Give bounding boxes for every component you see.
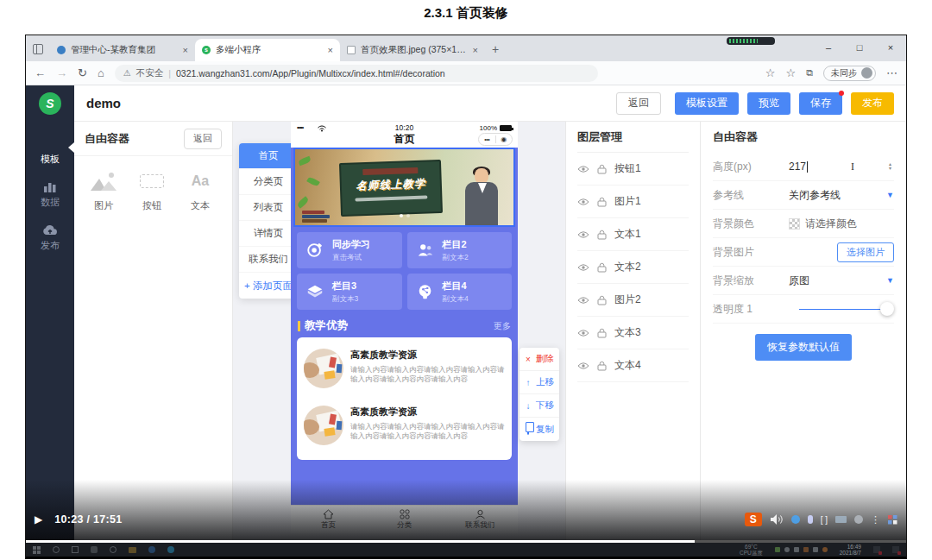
tile-column3[interactable]: 栏目3 副文本3 [297,274,402,310]
favorite-icon[interactable]: ☆ [765,66,776,79]
page-item-list[interactable]: 列表页 [239,195,298,221]
message-icon[interactable] [892,546,899,553]
articles-card[interactable]: 高素质教学资源 请输入内容请输入内容请输入内容请输入内容请输入内容请输入内容内容… [297,337,512,460]
layer-row-text4[interactable]: 文本4 [577,349,689,382]
reset-defaults-button[interactable]: 恢复参数默认值 [755,334,852,361]
mic-icon[interactable] [808,515,813,524]
delete-menu-item[interactable]: × 删除 [520,348,559,371]
page-item-home[interactable]: 首页 [239,143,298,169]
back-icon[interactable]: ← [35,66,46,79]
lock-icon[interactable] [597,295,607,305]
tab-close-icon[interactable]: × [183,45,188,55]
fullscreen-brackets-icon[interactable]: [ ] [821,515,828,525]
page-item-detail[interactable]: 详情页 [239,221,298,247]
notification-icon[interactable] [873,546,880,553]
return-button[interactable]: 返回 [616,92,661,115]
favorites-bar-icon[interactable]: ☆ [785,66,796,79]
taskbar-app-icon[interactable] [91,546,98,553]
browser-tab-miniprogram[interactable]: s 多端小程序 × [195,39,340,61]
sidebar-item-publish[interactable]: 发布 [26,217,74,260]
volume-icon[interactable] [770,513,784,525]
capsule-exit-icon[interactable]: ◉ [496,135,513,143]
bgcolor-picker[interactable]: 请选择颜色 [805,217,857,231]
lock-icon[interactable] [597,328,607,338]
play-button[interactable]: ▶ [35,513,42,525]
copy-menu-item[interactable]: 复制 [520,418,559,441]
opacity-slider[interactable] [799,309,887,310]
height-input[interactable]: 217 [789,160,808,173]
layer-row-text3[interactable]: 文本3 [577,317,689,349]
layer-row-text1[interactable]: 文本1 [577,218,689,251]
browser-app-icon[interactable] [148,546,155,553]
visibility-eye-icon[interactable] [577,296,589,305]
layer-row-image2[interactable]: 图片2 [577,284,689,317]
search-circle-icon[interactable] [53,546,60,553]
browser-menu-icon[interactable]: ⋯ [886,66,897,79]
visibility-eye-icon[interactable] [577,165,589,173]
template-settings-button[interactable]: 模板设置 [675,92,739,115]
color-swatch-icon[interactable] [789,218,800,230]
tile-sync-learning[interactable]: 同步学习 直击考试 [297,232,402,268]
choose-image-button[interactable]: 选择图片 [837,242,894,262]
person-control-icon[interactable] [854,515,863,524]
layer-row-text2[interactable]: 文本2 [577,251,689,284]
home-icon[interactable]: ⌂ [98,66,104,79]
close-button[interactable]: × [875,35,906,60]
slider-knob[interactable] [880,302,894,316]
number-stepper[interactable]: ▴ ▾ [886,160,894,173]
minimize-button[interactable]: – [813,35,844,60]
more-vertical-icon[interactable]: ⋮ [871,514,880,525]
move-down-menu-item[interactable]: ↓ 下移 [520,394,559,418]
move-up-menu-item[interactable]: ↑ 上移 [520,371,559,394]
new-tab-button[interactable]: + [492,42,499,56]
visibility-eye-icon[interactable] [577,362,589,370]
page-item-contact[interactable]: 联系我们 [239,247,298,273]
sidebar-item-template[interactable]: 模板 [26,130,74,173]
publish-button[interactable]: 发布 [851,92,894,115]
miniprogram-capsule[interactable]: ••• ◉ [478,133,513,146]
maximize-button[interactable]: □ [844,35,875,60]
collections-icon[interactable]: ⧉ [806,67,813,79]
visibility-eye-icon[interactable] [577,230,589,239]
tab-close-icon[interactable]: × [473,45,478,55]
bgscale-select[interactable]: 原图 [789,274,809,288]
components-back-button[interactable]: 返回 [184,129,222,149]
layer-row-image1[interactable]: 图片1 [577,186,689,218]
sync-profile-button[interactable]: 未同步 [823,66,876,81]
phone-canvas[interactable]: 名师线上教学 [291,148,518,505]
banner-image[interactable]: 名师线上教学 [295,149,513,225]
video-frame[interactable]: 管理中心-某教育集团 × s 多端小程序 × 首页效果图.jpeg (375×1… [25,35,907,559]
browser-tab-image[interactable]: 首页效果图.jpeg (375×1639) × [340,39,485,61]
visibility-eye-icon[interactable] [577,263,589,272]
component-text[interactable]: Aa 文本 [176,168,224,212]
dropdown-arrow-icon[interactable]: ▼ [886,276,894,285]
tile-column4[interactable]: 栏目4 副文本4 [407,274,513,310]
article-item[interactable]: 高素质教学资源 请输入内容请输入内容请输入内容请输入内容请输入内容请输入内容内容… [304,402,505,452]
page-item-category[interactable]: 分类页 [239,169,298,195]
browser-tab-admin[interactable]: 管理中心-某教育集团 × [50,39,195,61]
magnifier-app-icon[interactable] [110,546,116,553]
component-image[interactable]: 图片 [79,168,128,212]
refresh-icon[interactable]: ↻ [78,66,87,79]
add-page-button[interactable]: + 添加页面 [239,273,298,299]
address-bar[interactable]: ⚠ 不安全 | 0321.wangzhan31.com/App/Plugin/M… [115,65,598,82]
layer-row-button1[interactable]: 按钮1 [577,153,689,186]
article-item[interactable]: 高素质教学资源 请输入内容请输入内容请输入内容请输入内容请输入内容请输入内容内容… [304,345,505,395]
lock-icon[interactable] [597,361,607,371]
lock-icon[interactable] [597,230,607,240]
edge-app-icon[interactable] [167,546,174,553]
folder-app-icon[interactable] [129,547,136,553]
lock-icon[interactable] [597,164,607,174]
task-view-icon[interactable] [72,546,79,553]
keyboard-icon[interactable] [835,516,847,523]
dropdown-arrow-icon[interactable]: ▼ [886,191,894,199]
save-button[interactable]: 保存 [799,92,842,115]
phone-preview[interactable]: ••••• 10:20 100% 首页 ••• ◉ [291,122,518,533]
lock-icon[interactable] [597,197,607,207]
component-button[interactable]: 按钮 [128,168,176,212]
guideline-select[interactable]: 关闭参考线 [789,188,841,203]
preview-button[interactable]: 预览 [747,92,790,115]
visibility-eye-icon[interactable] [577,329,589,337]
grid-control-icon[interactable] [888,515,897,525]
section-more-link[interactable]: 更多 [494,320,511,332]
